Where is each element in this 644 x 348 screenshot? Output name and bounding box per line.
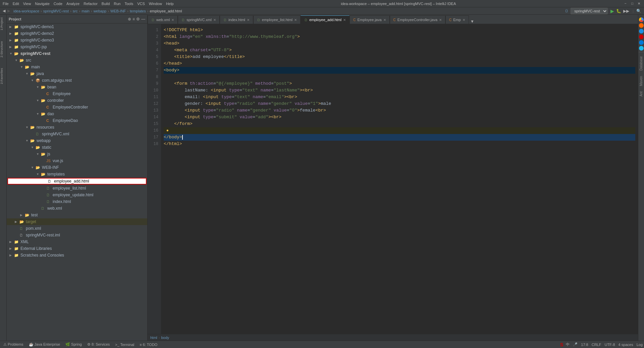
tree-item-vuejs[interactable]: JS vue.js [7,157,147,164]
tab-close-indexhtml[interactable]: ✕ [247,18,250,22]
activity-structure[interactable]: Z-Structure [0,39,7,60]
activity-favorites[interactable]: 2:Favorites [0,66,7,86]
close-panel-icon[interactable]: — [141,17,145,21]
browser-icon-chrome[interactable] [639,17,644,22]
tree-item-pomxml[interactable]: 🗋 pom.xml [7,225,147,232]
editor-breadcrumb-html[interactable]: html [150,336,157,340]
tree-item-springmvc-rest[interactable]: ▼ 📂 springMVC-rest [7,50,147,57]
tab-close-employee-list[interactable]: ✕ [294,18,297,22]
code-content[interactable]: <!DOCTYPE html> <html lang = "en" xmlns:… [161,24,638,334]
breadcrumb-templates[interactable]: templates [130,9,146,13]
bottom-tab-todo[interactable]: ≡ 6: TODO [138,342,159,347]
menu-vcs[interactable]: VCS [137,2,145,6]
tree-item-dao[interactable]: ▼ 📂 dao [7,111,147,117]
tree-item-employee-update[interactable]: 🗋 employee_update.html [7,192,147,198]
tree-item-target[interactable]: ▶ 📂 target [7,218,147,225]
tree-item-scratches[interactable]: ▶ 📁 Scratches and Consoles [7,252,147,259]
menu-window[interactable]: Window [149,2,162,6]
tab-employee-add[interactable]: 🗋 employee_add.html ✕ [301,15,350,24]
tree-item-employeecontroller[interactable]: C EmployeeController [7,104,147,111]
minimize-button[interactable]: − [623,1,628,6]
tree-item-employee-add[interactable]: 🗋 employee_add.html [7,178,147,185]
tab-close-springmvcxml[interactable]: ✕ [213,18,216,22]
tab-overflow[interactable]: ▼ [469,19,476,24]
bottom-tab-spring[interactable]: 🌿 Spring [63,342,84,347]
tree-item-java[interactable]: ▼ 📂 java [7,70,147,77]
tab-close-employee-java[interactable]: ✕ [383,18,386,22]
tree-item-iml[interactable]: 🗋 springMVC-rest.iml [7,232,147,238]
tree-item-resources[interactable]: ▼ 📂 resources [7,124,147,131]
menu-file[interactable]: File [3,2,9,6]
browser-icon-firefox[interactable] [639,23,644,28]
bottom-tab-services[interactable]: ⚙ 8: Services [85,342,112,347]
status-log[interactable]: Log [637,343,643,347]
tree-item-static[interactable]: ▼ 📂 static [7,144,147,151]
tree-item-controller[interactable]: ▼ 📂 controller [7,97,147,104]
tree-item-js[interactable]: ▼ 📂 js [7,151,147,157]
tab-employeecontroller[interactable]: C EmployeeController.java ✕ [390,15,445,24]
tree-item-employee-list[interactable]: 🗋 employee_list.html [7,185,147,192]
menu-edit[interactable]: Edit [13,2,19,6]
activity-project[interactable]: 1:Project [0,15,7,32]
menu-tools[interactable]: Tools [124,2,133,6]
breadcrumb-idea-workspace[interactable]: idea-workspace [13,9,39,13]
tree-item-springmvc-demo2[interactable]: ▶ 📁 springMVC-demo2 [7,30,147,37]
tree-item-employeedao[interactable]: C EmployeeDao [7,117,147,124]
run-icon[interactable]: ▶ [610,8,614,14]
bottom-tab-java-enterprise[interactable]: ☕ Java Enterprise [27,342,62,347]
tab-indexhtml[interactable]: 🗋 index.html ✕ [220,15,253,24]
tree-item-springmvc-demo3[interactable]: ▶ 📁 springMVC-demo3 [7,37,147,44]
browser-icon-opera[interactable] [639,34,644,39]
side-tab-maven[interactable]: Maven [639,73,644,89]
nav-back-icon[interactable]: ◀ [3,9,5,13]
tab-employee-java[interactable]: C Employee.java ✕ [350,15,389,24]
nav-forward-icon[interactable]: ▶ [7,9,10,13]
browser-icon-edge[interactable] [639,40,644,45]
menu-refactor[interactable]: Refactor [84,2,98,6]
tree-item-package[interactable]: ▼ 📦 com.atguigu.rest [7,77,147,84]
menu-view[interactable]: View [23,2,31,6]
menu-help[interactable]: Help [166,2,174,6]
menu-run[interactable]: Run [114,2,120,6]
menu-navigate[interactable]: Navigate [35,2,49,6]
breadcrumb-webapp[interactable]: webapp [94,9,107,13]
settings-icon[interactable]: ⚙ [136,17,140,21]
tab-close-employee-add[interactable]: ✕ [343,18,346,22]
tree-item-xml-ext[interactable]: ▶ 📁 XML [7,238,147,245]
tree-item-springmvcxml-res[interactable]: 🗋 springMVC.xml [7,131,147,137]
menu-build[interactable]: Build [102,2,110,6]
breadcrumb-webinf[interactable]: WEB-INF [110,9,126,13]
status-encoding[interactable]: UTF-8 [604,343,615,347]
side-tab-ant[interactable]: Ant [639,89,644,99]
bottom-tab-terminal[interactable]: >_ Terminal [113,342,136,347]
menu-analyze[interactable]: Analyze [66,2,79,6]
browser-icon-safari[interactable] [639,29,644,33]
menu-code[interactable]: Code [54,2,62,6]
tree-item-templates[interactable]: ▼ 📂 templates [7,171,147,178]
tree-item-bean[interactable]: ▼ 📂 bean [7,84,147,90]
tree-item-test[interactable]: ▶ 📂 test [7,212,147,218]
tree-item-main[interactable]: ▼ 📂 main [7,64,147,70]
tree-item-springmvc-jsp[interactable]: ▶ 📁 springMVC-jsp [7,44,147,50]
tree-item-webinf[interactable]: ▼ 📂 WEB-INF [7,164,147,171]
tree-item-index-html[interactable]: 🗋 index.html [7,198,147,205]
project-selector[interactable]: springMVC-rest [571,8,608,14]
status-indent[interactable]: 4 spaces [619,343,633,347]
debug-icon[interactable]: 🐛 [616,9,621,13]
tree-item-webxml[interactable]: 🗋 web.xml [7,205,147,212]
tree-item-src[interactable]: ▼ 📂 src [7,57,147,64]
tab-webxml[interactable]: 🗋 web.xml ✕ [148,15,178,24]
status-line-ending[interactable]: CRLF [592,343,601,347]
side-tab-database[interactable]: Database [639,54,644,73]
more-run-icon[interactable]: ▶▶ [623,9,629,13]
tab-springmvcxml[interactable]: 🗋 springMVC.xml ✕ [178,15,220,24]
bottom-tab-problems[interactable]: ⚠ Problems [1,342,25,347]
search-everywhere-icon[interactable]: 🔍 [636,9,641,13]
collapse-icon[interactable]: ≡ [132,17,135,21]
breadcrumb-main[interactable]: main [82,9,90,13]
tree-item-ext-libs[interactable]: ▶ 📁 External Libraries [7,245,147,252]
locate-icon[interactable]: ⊕ [128,17,131,21]
tab-employee-list[interactable]: 🗋 employee_list.html ✕ [253,15,301,24]
tree-item-springmvc-demo1[interactable]: ▶ 📁 springMVC-demo1 [7,23,147,30]
code-editor[interactable]: 12345 678910 1112131415 161718 <!DOCTYPE… [148,24,638,334]
